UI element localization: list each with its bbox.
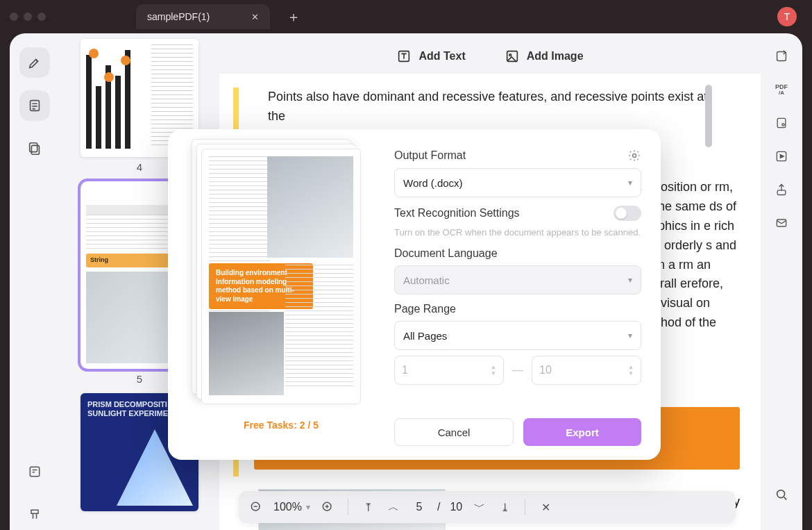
chevron-down-icon: ▾ (628, 275, 632, 285)
preview-image (267, 156, 353, 258)
bookmark-tool[interactable] (19, 499, 50, 530)
lock-icon[interactable] (772, 114, 790, 132)
chevron-down-icon: ▾ (628, 178, 632, 188)
language-select: Automatic ▾ (394, 265, 641, 295)
caret-down-icon: ▾ (306, 502, 310, 512)
language-value: Automatic (403, 274, 450, 286)
right-tool-rail: PDF/A (761, 33, 802, 530)
zoom-out-icon[interactable] (248, 499, 264, 515)
stepper-icon[interactable]: ▲▼ (628, 364, 634, 376)
new-tab-button[interactable]: ＋ (281, 8, 306, 26)
add-text-button[interactable]: Add Text (396, 49, 465, 64)
preview-image-2 (209, 312, 284, 395)
next-page-icon[interactable]: ﹀ (472, 499, 487, 515)
output-format-select[interactable]: Word (.docx) ▾ (394, 168, 641, 197)
add-image-label: Add Image (527, 50, 584, 63)
tab-title: samplePDF(1) (147, 11, 210, 22)
prev-page-icon[interactable]: ︿ (386, 499, 401, 515)
page-range-label: Page Range (394, 303, 641, 315)
first-page-icon[interactable]: ⤒ (361, 499, 376, 515)
preview-page: Building environment information modelin… (201, 149, 361, 404)
svg-rect-2 (30, 143, 37, 152)
cancel-button[interactable]: Cancel (394, 418, 514, 446)
current-page-input[interactable]: 5 (411, 501, 428, 513)
pdfa-icon[interactable]: PDF/A (772, 81, 790, 99)
highlighter-tool[interactable] (19, 47, 50, 78)
free-tasks-label: Free Tasks: 2 / 5 (244, 420, 319, 431)
vertical-scrollbar[interactable] (705, 85, 712, 411)
svg-point-6 (509, 54, 511, 56)
output-format-value: Word (.docx) (403, 177, 463, 189)
total-pages: 10 (450, 501, 462, 513)
last-page-icon[interactable]: ⤓ (497, 499, 512, 515)
ocr-toggle[interactable] (614, 206, 641, 221)
add-image-button[interactable]: Add Image (505, 49, 584, 64)
scrollbar-thumb[interactable] (705, 85, 712, 147)
close-bar-icon[interactable]: ✕ (538, 499, 553, 515)
zoom-select[interactable]: 100% ▾ (273, 501, 310, 513)
svg-point-16 (633, 154, 636, 158)
export-preview: Building environment information modelin… (187, 149, 375, 446)
traffic-minimize[interactable] (24, 13, 32, 21)
titlebar: samplePDF(1) ✕ ＋ T (0, 0, 812, 33)
range-from-value: 1 (402, 364, 408, 376)
page-range-select[interactable]: All Pages ▾ (394, 321, 641, 350)
copy-tool[interactable] (19, 133, 50, 164)
export-button[interactable]: Export (523, 418, 641, 446)
document-paragraph: Points also have dominant and recessive … (268, 88, 726, 126)
editor-toolbar: Add Text Add Image (219, 36, 761, 76)
tab-close-icon[interactable]: ✕ (251, 12, 259, 22)
range-from-input[interactable]: 1 ▲▼ (394, 356, 504, 385)
export-dialog: Building environment information modelin… (168, 129, 661, 460)
svg-point-13 (777, 490, 785, 498)
stepper-icon[interactable]: ▲▼ (491, 364, 496, 376)
zoom-in-icon[interactable] (320, 499, 335, 515)
zoom-value: 100% (273, 501, 302, 513)
svg-rect-8 (777, 118, 786, 127)
svg-rect-12 (777, 220, 786, 226)
search-icon[interactable] (772, 486, 790, 504)
ocr-label: Text Recognition Settings (394, 207, 520, 220)
range-dash: — (512, 364, 523, 376)
rotate-icon[interactable] (772, 47, 790, 65)
traffic-close[interactable] (10, 13, 18, 21)
tab-strip: samplePDF(1) ✕ ＋ (136, 4, 306, 29)
form-tool[interactable] (19, 456, 50, 487)
window-controls (10, 13, 46, 21)
chevron-down-icon: ▾ (628, 331, 632, 340)
export-fields: Output Format Word (.docx) ▾ Text Recogn… (394, 149, 641, 446)
traffic-fullscreen[interactable] (37, 13, 46, 21)
svg-point-9 (782, 124, 784, 126)
share-icon[interactable] (772, 181, 790, 199)
svg-rect-3 (30, 467, 39, 476)
left-tool-rail (10, 33, 60, 530)
document-tab[interactable]: samplePDF(1) ✕ (136, 4, 270, 29)
ocr-hint: Turn on the OCR when the document appear… (394, 226, 641, 239)
svg-rect-11 (777, 190, 786, 195)
language-label: Document Language (394, 247, 641, 260)
page-separator: / (437, 501, 440, 513)
range-to-value: 10 (539, 364, 552, 376)
user-avatar[interactable]: T (777, 7, 797, 26)
notes-tool[interactable] (19, 90, 50, 121)
gear-icon[interactable] (627, 149, 641, 163)
add-text-label: Add Text (418, 50, 465, 63)
output-format-label: Output Format (394, 149, 466, 162)
range-to-input[interactable]: 10 ▲▼ (532, 356, 641, 385)
play-icon[interactable] (772, 147, 790, 165)
page-range-value: All Pages (403, 330, 447, 342)
mail-icon[interactable] (772, 214, 790, 232)
app-body: 4 String 5 PRISM DECOMPOSITI ON SUNLIGHT… (10, 33, 802, 530)
svg-rect-1 (31, 145, 39, 154)
page-control-bar: 100% ▾ ⤒ ︿ 5 / 10 ﹀ ⤓ ✕ (239, 491, 736, 523)
